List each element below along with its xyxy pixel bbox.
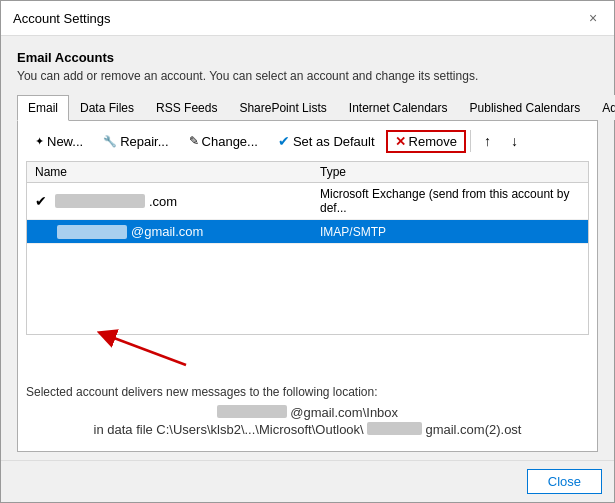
repair-icon: 🔧 (103, 135, 117, 148)
tab-data-files[interactable]: Data Files (69, 95, 145, 120)
set-default-button[interactable]: ✔ Set as Default (269, 129, 384, 153)
svg-line-1 (106, 335, 186, 365)
checkmark-icon: ✔ (278, 133, 290, 149)
tab-bar: Email Data Files RSS Feeds SharePoint Li… (17, 95, 598, 121)
bottom-bar: Close (1, 460, 614, 502)
account-name-suffix-1: .com (149, 194, 177, 209)
tab-email[interactable]: Email (17, 95, 69, 121)
repair-button[interactable]: 🔧 Repair... (94, 130, 177, 153)
section-description: You can add or remove an account. You ca… (17, 69, 598, 83)
remove-button[interactable]: ✕ Remove (386, 130, 466, 153)
datafile-suffix: gmail.com(2).ost (425, 422, 521, 437)
red-arrow-annotation (76, 327, 196, 372)
default-checkmark-icon: ✔ (35, 193, 47, 209)
arrow-down-icon: ↓ (511, 133, 518, 149)
arrow-up-icon: ↑ (484, 133, 491, 149)
table-rows: ✔ .com Microsoft Exchange (send from thi… (27, 183, 588, 334)
location-blurred (217, 405, 287, 418)
tab-rss-feeds[interactable]: RSS Feeds (145, 95, 228, 120)
tab-content-email: ✦ New... 🔧 Repair... ✎ Change... ✔ Set a… (17, 121, 598, 452)
change-icon: ✎ (189, 134, 199, 148)
datafile-prefix: in data file C:\Users\klsb2\...\Microsof… (94, 422, 364, 437)
window-close-button[interactable]: × (584, 9, 602, 27)
tab-sharepoint-lists[interactable]: SharePoint Lists (228, 95, 337, 120)
title-bar: Account Settings × (1, 1, 614, 36)
account-settings-window: Account Settings × Email Accounts You ca… (0, 0, 615, 503)
account-name-blurred-2 (57, 225, 127, 239)
datafile-blurred (367, 422, 422, 435)
table-header: Name Type (27, 162, 588, 183)
tab-address-books[interactable]: Address Books (591, 95, 615, 120)
row-type-1: Microsoft Exchange (send from this accou… (320, 187, 580, 215)
tab-internet-calendars[interactable]: Internet Calendars (338, 95, 459, 120)
tab-published-calendars[interactable]: Published Calendars (459, 95, 592, 120)
main-content: Email Accounts You can add or remove an … (1, 36, 614, 460)
toolbar-separator (470, 130, 471, 152)
table-row[interactable]: ✔ .com Microsoft Exchange (send from thi… (27, 183, 588, 220)
footer-location: @gmail.com\Inbox (26, 405, 589, 420)
account-name-suffix-2: @gmail.com (131, 224, 203, 239)
column-header-type: Type (320, 165, 580, 179)
annotation-area (26, 335, 589, 375)
column-header-name: Name (35, 165, 320, 179)
footer-label: Selected account delivers new messages t… (26, 385, 589, 399)
close-dialog-button[interactable]: Close (527, 469, 602, 494)
row-type-2: IMAP/SMTP (320, 225, 580, 239)
account-name-blurred-1 (55, 194, 145, 208)
move-up-button[interactable]: ↑ (475, 129, 500, 153)
move-down-button[interactable]: ↓ (502, 129, 527, 153)
accounts-table: Name Type ✔ .com Microsoft Exchange (sen… (26, 161, 589, 335)
new-button[interactable]: ✦ New... (26, 130, 92, 153)
section-title: Email Accounts (17, 50, 598, 65)
footer-datafile: in data file C:\Users\klsb2\...\Microsof… (26, 422, 589, 437)
x-icon: ✕ (395, 134, 406, 149)
location-suffix: @gmail.com\Inbox (290, 405, 398, 420)
window-title: Account Settings (13, 11, 111, 26)
footer-section: Selected account delivers new messages t… (26, 375, 589, 443)
change-button[interactable]: ✎ Change... (180, 130, 267, 153)
toolbar: ✦ New... 🔧 Repair... ✎ Change... ✔ Set a… (26, 129, 589, 153)
row-name-2: @gmail.com (35, 224, 320, 239)
row-name-1: ✔ .com (35, 193, 320, 209)
new-icon: ✦ (35, 135, 44, 148)
table-row[interactable]: @gmail.com IMAP/SMTP (27, 220, 588, 244)
